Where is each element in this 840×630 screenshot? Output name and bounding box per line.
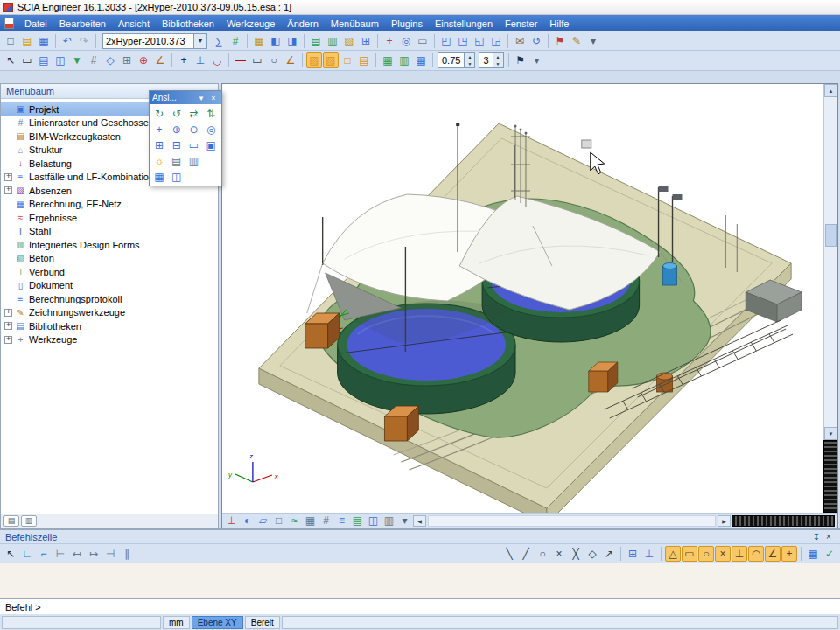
snap-diamond-icon[interactable]: ◇ <box>584 546 600 562</box>
draw-angle-icon[interactable]: ∠ <box>283 52 298 68</box>
document-green-icon[interactable]: ▤ <box>308 33 324 49</box>
origin-icon[interactable]: ⊕ <box>136 52 151 68</box>
ucs-angle-icon[interactable]: ∠ <box>152 52 168 68</box>
cmd-axis-end-icon[interactable]: ⊣ <box>102 546 118 562</box>
snap-midpoint-icon[interactable]: △ <box>665 546 681 562</box>
menu-item[interactable]: Ändern <box>281 17 324 31</box>
scroll-left-icon[interactable] <box>413 515 426 527</box>
activity-icon[interactable]: ◫ <box>52 52 68 68</box>
tree-item[interactable]: + Werkzeuge <box>1 333 218 347</box>
snap-vector-icon[interactable]: ↗ <box>601 546 617 562</box>
refresh-icon[interactable]: ↺ <box>528 33 544 49</box>
panel-tab-tree-icon[interactable]: ▤ <box>4 515 19 527</box>
clip-box-icon[interactable]: ▤ <box>169 153 185 168</box>
spin-up-icon[interactable] <box>465 53 474 60</box>
mail-icon[interactable]: ✉ <box>512 33 528 49</box>
chevron-down-icon[interactable] <box>193 34 206 48</box>
document-orange-icon[interactable]: ▧ <box>341 33 357 49</box>
more-dropdown-icon[interactable]: ▾ <box>585 33 601 49</box>
panel-tab-props-icon[interactable]: ▥ <box>21 515 37 527</box>
menu-item[interactable]: Einstellungen <box>429 17 499 31</box>
menu-item[interactable]: Datei <box>18 17 53 31</box>
pan-icon[interactable]: + <box>151 122 167 136</box>
open-file-icon[interactable]: ▤ <box>19 33 35 49</box>
loads-icon[interactable]: ▤ <box>350 514 365 528</box>
scale-spinner[interactable]: 0.75 <box>438 52 475 68</box>
status-units[interactable]: mm <box>163 616 190 629</box>
close-icon[interactable] <box>822 532 835 542</box>
tree-item[interactable]: ▦ Berechnung, FE-Netz <box>1 198 218 212</box>
cmd-dim-left-icon[interactable]: ↤ <box>69 546 85 562</box>
params-icon[interactable]: ▥ <box>382 514 396 528</box>
tree-item[interactable]: ≈ Ergebnisse <box>1 211 218 225</box>
menu-item[interactable]: Bearbeiten <box>53 17 112 31</box>
supports-icon[interactable]: ≡ <box>334 514 349 528</box>
layer-filter-icon[interactable]: ▤ <box>36 52 52 68</box>
draw-line-icon[interactable]: — <box>233 52 248 68</box>
menu-item[interactable]: Hilfe <box>543 17 575 31</box>
numbering-icon[interactable]: ◫ <box>366 514 381 528</box>
arc-icon[interactable]: ◡ <box>209 52 225 68</box>
layers-icon[interactable]: ▦ <box>151 169 167 184</box>
snap-line2-icon[interactable]: ╱ <box>518 546 534 562</box>
mesh-green2-icon[interactable]: ▥ <box>396 52 412 68</box>
menu-item[interactable]: Ansicht <box>112 17 156 31</box>
window-layout4-icon[interactable]: ◲ <box>488 33 504 49</box>
command-panel-header[interactable]: Befehlszeile <box>0 530 840 544</box>
pan-vertical-icon[interactable]: ⇅ <box>203 106 219 121</box>
zoom-window-icon[interactable]: ◎ <box>203 122 219 136</box>
clip-plane-icon[interactable]: ▥ <box>186 153 202 168</box>
panel-hatch1-icon[interactable]: ▨ <box>306 52 322 68</box>
menu-item[interactable]: Menübaum <box>325 17 385 31</box>
draw-circle-icon[interactable]: ○ <box>266 52 282 68</box>
snap-diag-icon[interactable]: ╳ <box>568 546 584 562</box>
light-icon[interactable]: ☼ <box>151 153 167 168</box>
status-plane[interactable]: Ebene XY <box>192 616 243 629</box>
window-layout3-icon[interactable]: ◱ <box>472 33 487 49</box>
flag-dark-icon[interactable]: ⚑ <box>513 52 528 68</box>
undo-icon[interactable]: ↶ <box>60 33 75 49</box>
tree-item[interactable]: ⊤ Verbund <box>1 265 218 279</box>
document-green2-icon[interactable]: ▥ <box>325 33 340 49</box>
cmd-polyline-icon[interactable]: ⌐ <box>36 546 52 562</box>
snap-grid-icon[interactable]: ⊞ <box>119 52 135 68</box>
panel-hatch2-icon[interactable]: ▧ <box>323 52 339 68</box>
tree-item[interactable]: ▯ Dokument <box>1 279 218 293</box>
cursor-cross-icon[interactable]: + <box>176 52 192 68</box>
edit-icon[interactable]: ✎ <box>569 33 584 49</box>
menu-item[interactable]: Fenster <box>499 17 543 31</box>
render-mode-icon[interactable]: ◐ <box>240 514 255 528</box>
window-layout2-icon[interactable]: ◳ <box>455 33 471 49</box>
surface-icon[interactable]: ▱ <box>256 514 270 528</box>
table-icon[interactable]: ▦ <box>251 33 267 49</box>
horizontal-scrollbar[interactable] <box>428 515 716 527</box>
view-solid-icon[interactable]: ▣ <box>203 137 219 152</box>
scroll-up-icon[interactable] <box>824 84 837 97</box>
tree-item[interactable]: ≡ Berechnungsprotokoll <box>1 292 218 306</box>
zoom-in-icon[interactable]: ⊕ <box>169 122 185 136</box>
rotate-cw-icon[interactable]: ↻ <box>151 106 167 121</box>
mesh-green1-icon[interactable]: ▦ <box>380 52 396 68</box>
scroll-thumb[interactable] <box>825 224 836 247</box>
cmd-select-icon[interactable]: ↖ <box>3 546 18 562</box>
project-dropdown[interactable]: 2xHyper-2010.373 <box>102 33 207 49</box>
mesh-icon[interactable]: # <box>228 33 243 49</box>
layers-right-icon[interactable]: ◨ <box>284 33 300 49</box>
pan-horizontal-icon[interactable]: ⇄ <box>186 106 202 121</box>
snap-ok-icon[interactable]: ✓ <box>822 546 837 562</box>
redo-icon[interactable]: ↷ <box>76 33 92 49</box>
snap-spinner[interactable]: 3 <box>479 52 503 68</box>
grid-snap-icon[interactable]: ⊞ <box>625 546 640 562</box>
zoom-selection-icon[interactable]: ⊟ <box>169 137 185 152</box>
zoom-all-icon[interactable]: ⊞ <box>151 137 167 152</box>
snap-cross-icon[interactable]: × <box>551 546 567 562</box>
mesh-blue-icon[interactable]: ▦ <box>413 52 429 68</box>
panel-lines-icon[interactable]: ▤ <box>356 52 372 68</box>
more-dropdown2-icon[interactable]: ▾ <box>529 52 545 68</box>
volume-icon[interactable]: □ <box>271 514 286 528</box>
new-project-icon[interactable]: □ <box>3 33 18 49</box>
snap-angle-icon[interactable]: ∠ <box>765 546 780 562</box>
zoom-out-icon[interactable]: ⊖ <box>186 122 202 136</box>
labels-icon[interactable]: # <box>318 514 333 528</box>
blank[interactable] <box>203 153 219 168</box>
